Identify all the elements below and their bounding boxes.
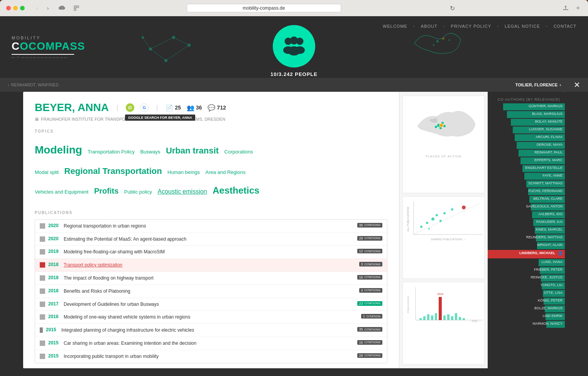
next-person-button[interactable]: TOILIER, FLORENCE › [515, 83, 561, 87]
co-author-item[interactable]: LUND, HANA [488, 259, 565, 266]
nav-about[interactable]: ABOUT [421, 24, 438, 29]
share-icon[interactable] [72, 4, 81, 12]
co-author-item[interactable]: REIJNDERS, MATTIAS [488, 234, 565, 241]
co-author-item[interactable]: PASKUDER, KAI [488, 219, 565, 226]
co-author-item[interactable]: ENGELHART ESTELLE [488, 165, 565, 172]
svg-point-19 [288, 46, 300, 56]
co-author-item[interactable]: ARCURI, FLAVIA [488, 134, 565, 141]
topic-urban-transit[interactable]: Urban transit [166, 142, 219, 160]
co-authors-label: CO-AUTHORS (BY RELEVANCE) [488, 96, 565, 103]
co-author-item[interactable]: BOLZE, MARKUS [488, 305, 565, 312]
publications-list[interactable]: 2020 Regional transportation in urban re… [35, 219, 387, 363]
co-author-item[interactable]: SAVELKOULS, ANTON [488, 204, 565, 211]
co-author-name: DEROSE, MAYA [537, 143, 563, 147]
co-author-item[interactable]: GÜNTHER, MARKUS [488, 103, 565, 110]
topic-profits[interactable]: Profits [94, 182, 118, 199]
pub-title[interactable]: Modeling free-floating-car-sharing with … [64, 249, 354, 255]
co-author-item[interactable]: OTTE, LISA [488, 290, 565, 297]
pub-title[interactable]: Modeling of one-way shared vehicle syste… [64, 314, 358, 320]
google-scholar-badge[interactable]: G GOOGLE SEARCH FOR BEYER, ANNA [140, 103, 149, 112]
pub-title[interactable]: Car sharing in urban areas: Examining in… [64, 340, 354, 347]
publications-section-label: PUBLICATIONS [35, 211, 387, 215]
close-traffic-light[interactable] [6, 6, 11, 10]
back-button[interactable]: ‹ [32, 4, 42, 12]
publications-count: 25 [175, 105, 181, 111]
co-author-item[interactable]: KNIES, MARCEL [488, 227, 565, 234]
svg-rect-50 [431, 315, 433, 320]
svg-line-42 [414, 204, 479, 234]
svg-line-6 [174, 37, 189, 45]
topic-corporations[interactable]: Corporations [224, 147, 253, 158]
co-author-item[interactable]: MARMON, NANCY [488, 321, 565, 328]
co-author-item[interactable]: LIND EMRIK [488, 313, 565, 320]
pub-title[interactable]: Incorporating public transport in urban … [64, 353, 354, 360]
svg-rect-54 [443, 315, 446, 320]
co-author-item[interactable]: FAYE, ANNE [488, 173, 565, 180]
svg-rect-58 [459, 317, 461, 320]
nav-contact[interactable]: CONTACT [554, 24, 576, 29]
co-author-item[interactable]: LUISSER, SUSANNE [488, 126, 565, 133]
topic-area-and-regions[interactable]: Area and Regions [205, 167, 245, 178]
svg-point-40 [439, 220, 442, 222]
nav-legal[interactable]: LEGAL NOTICE [505, 24, 540, 29]
svg-rect-57 [455, 313, 457, 320]
pub-title[interactable]: Integrated planning of charging infrastr… [61, 327, 354, 334]
co-author-item[interactable]: FUCHS, FERDINAND [488, 188, 565, 195]
co-author-item[interactable]: SCHMITT, MATTHIAS [488, 180, 565, 187]
logo-sub: — ○ ———————————— [12, 56, 85, 59]
topic-transportation-policy[interactable]: Transportation Policy [88, 147, 135, 158]
pub-title[interactable]: Estimating the Potential of MaaS: An age… [64, 236, 354, 243]
co-author-item[interactable]: BOLAY, MANUTE [488, 119, 565, 126]
co-author-item[interactable]: KÖNIG, PETER [488, 298, 565, 305]
pub-year: 2015 [46, 327, 58, 332]
topic-regional-transportation[interactable]: Regional Transportation [64, 162, 162, 180]
pub-title[interactable]: Transport policy optimization [64, 262, 356, 268]
pub-title[interactable]: The impact of flooding on highway transp… [64, 275, 354, 282]
pub-title[interactable]: Benefits and Risks of Platooning [64, 288, 356, 295]
pub-title[interactable]: Development of Guidelines for urban Busw… [64, 301, 354, 308]
topic-acoustic-emission[interactable]: Acoustic emission [157, 185, 207, 198]
pub-title[interactable]: Regional transportation in urban regions [64, 223, 354, 229]
scatter-panel: ALL PUBLICATIONS SHARED PUBLICATIONS [402, 196, 485, 279]
cloud-icon[interactable] [56, 4, 68, 12]
svg-point-16 [290, 37, 298, 44]
topic-modal-split[interactable]: Modal split [35, 167, 59, 178]
co-author-item[interactable]: BELTRÁN, CLARE [488, 196, 565, 203]
minimize-traffic-light[interactable] [13, 6, 18, 10]
co-author-item-highlighted[interactable]: LINDBERG, MICHAEL 👤 [488, 250, 565, 258]
nav-privacy[interactable]: PRIVACY POLICY [451, 24, 492, 29]
pub-icon [40, 327, 43, 333]
co-author-item[interactable]: FRIEBER, PETER [488, 267, 565, 274]
nav-welcome[interactable]: WELCOME [383, 24, 407, 29]
citation-badge: 23CITATIONS [357, 301, 383, 306]
upload-icon[interactable] [562, 4, 569, 12]
add-tab-button[interactable]: + [574, 4, 582, 12]
co-author-item[interactable]: WRIGHT, ALAIN [488, 242, 565, 249]
co-author-item[interactable]: REINHART, PAUL [488, 150, 565, 157]
topic-busways[interactable]: Busways [140, 147, 160, 158]
reload-button[interactable]: ↻ [448, 4, 456, 12]
forward-button[interactable]: › [43, 4, 52, 12]
co-authors-panel: CO-AUTHORS (BY RELEVANCE) GÜNTHER, MARKU… [488, 92, 565, 368]
co-author-item[interactable]: AALBERS, IDO [488, 211, 565, 218]
co-author-item[interactable]: EPPERTS, MARC [488, 157, 565, 164]
citation-badge: 35CITATIONS [357, 223, 383, 228]
maximize-traffic-light[interactable] [20, 6, 25, 10]
co-author-item[interactable]: BLAIS, MARSILIUS [488, 111, 565, 118]
co-author-name: BLAIS, MARSILIUS [532, 112, 563, 116]
co-author-item[interactable]: YUNGTO, LIU [488, 282, 565, 289]
topic-aesthetics[interactable]: Aesthetics [213, 180, 259, 201]
close-button[interactable]: ✕ [574, 81, 580, 89]
topic-human-beings[interactable]: Human beings [167, 167, 200, 178]
co-author-item[interactable]: DEROSE, MAYA [488, 142, 565, 149]
svg-text:PUBLICATIONS: PUBLICATIONS [407, 296, 409, 313]
topic-public-policy[interactable]: Public policy [124, 187, 152, 198]
prev-person-button[interactable]: ‹ REINHARDT, WINFRIED [8, 83, 59, 87]
address-bar[interactable]: mobility-compass.de [187, 4, 341, 12]
topic-vehicles-equipment[interactable]: Vehicles and Equipment [35, 187, 88, 198]
orcid-badge[interactable]: iD [126, 103, 134, 112]
pub-icon [40, 314, 45, 320]
co-author-item[interactable]: REINICKE, JUSTUS [488, 275, 565, 282]
citation-badge: 16CITATIONS [357, 275, 383, 280]
topic-modeling[interactable]: Modeling [35, 138, 82, 162]
